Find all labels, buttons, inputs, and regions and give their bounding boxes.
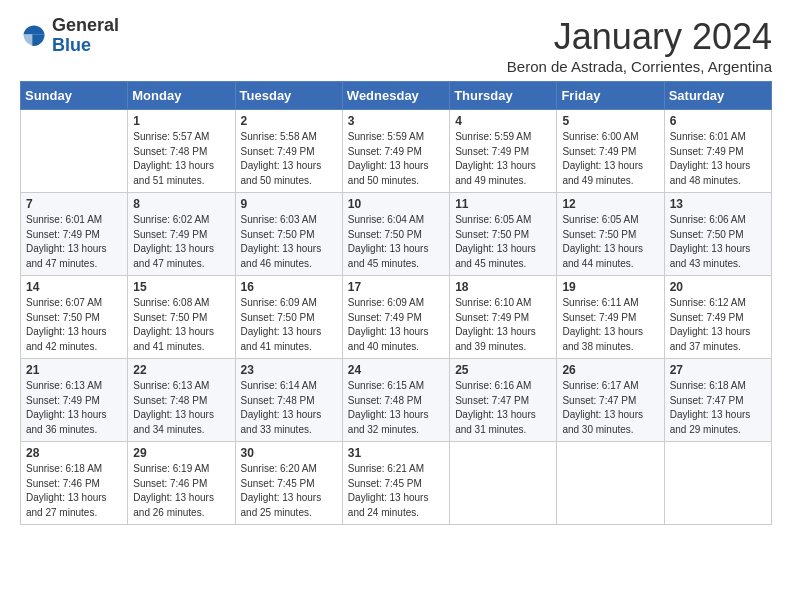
day-number-20: 20: [670, 280, 766, 294]
calendar-cell-w2-d6: 12Sunrise: 6:05 AM Sunset: 7:50 PM Dayli…: [557, 193, 664, 276]
day-number-27: 27: [670, 363, 766, 377]
calendar-cell-w4-d3: 23Sunrise: 6:14 AM Sunset: 7:48 PM Dayli…: [235, 359, 342, 442]
calendar-cell-w3-d7: 20Sunrise: 6:12 AM Sunset: 7:49 PM Dayli…: [664, 276, 771, 359]
header-thursday: Thursday: [450, 82, 557, 110]
calendar-cell-w5-d5: [450, 442, 557, 525]
day-number-1: 1: [133, 114, 229, 128]
calendar-cell-w3-d2: 15Sunrise: 6:08 AM Sunset: 7:50 PM Dayli…: [128, 276, 235, 359]
day-number-14: 14: [26, 280, 122, 294]
logo: General Blue: [20, 16, 119, 56]
day-number-8: 8: [133, 197, 229, 211]
day-info-30: Sunrise: 6:20 AM Sunset: 7:45 PM Dayligh…: [241, 462, 337, 520]
day-info-24: Sunrise: 6:15 AM Sunset: 7:48 PM Dayligh…: [348, 379, 444, 437]
day-info-23: Sunrise: 6:14 AM Sunset: 7:48 PM Dayligh…: [241, 379, 337, 437]
day-number-25: 25: [455, 363, 551, 377]
calendar-table: Sunday Monday Tuesday Wednesday Thursday…: [20, 81, 772, 525]
day-number-4: 4: [455, 114, 551, 128]
calendar-cell-w2-d7: 13Sunrise: 6:06 AM Sunset: 7:50 PM Dayli…: [664, 193, 771, 276]
day-info-3: Sunrise: 5:59 AM Sunset: 7:49 PM Dayligh…: [348, 130, 444, 188]
calendar-cell-w3-d4: 17Sunrise: 6:09 AM Sunset: 7:49 PM Dayli…: [342, 276, 449, 359]
day-info-22: Sunrise: 6:13 AM Sunset: 7:48 PM Dayligh…: [133, 379, 229, 437]
day-info-25: Sunrise: 6:16 AM Sunset: 7:47 PM Dayligh…: [455, 379, 551, 437]
calendar-cell-w1-d6: 5Sunrise: 6:00 AM Sunset: 7:49 PM Daylig…: [557, 110, 664, 193]
day-number-5: 5: [562, 114, 658, 128]
calendar-week-1: 1Sunrise: 5:57 AM Sunset: 7:48 PM Daylig…: [21, 110, 772, 193]
day-number-17: 17: [348, 280, 444, 294]
day-number-21: 21: [26, 363, 122, 377]
day-info-8: Sunrise: 6:02 AM Sunset: 7:49 PM Dayligh…: [133, 213, 229, 271]
day-number-19: 19: [562, 280, 658, 294]
day-info-21: Sunrise: 6:13 AM Sunset: 7:49 PM Dayligh…: [26, 379, 122, 437]
calendar-cell-w3-d3: 16Sunrise: 6:09 AM Sunset: 7:50 PM Dayli…: [235, 276, 342, 359]
day-number-11: 11: [455, 197, 551, 211]
calendar-cell-w1-d1: [21, 110, 128, 193]
day-info-6: Sunrise: 6:01 AM Sunset: 7:49 PM Dayligh…: [670, 130, 766, 188]
day-number-24: 24: [348, 363, 444, 377]
calendar-cell-w2-d2: 8Sunrise: 6:02 AM Sunset: 7:49 PM Daylig…: [128, 193, 235, 276]
day-number-13: 13: [670, 197, 766, 211]
calendar-cell-w4-d5: 25Sunrise: 6:16 AM Sunset: 7:47 PM Dayli…: [450, 359, 557, 442]
calendar-cell-w5-d7: [664, 442, 771, 525]
day-info-1: Sunrise: 5:57 AM Sunset: 7:48 PM Dayligh…: [133, 130, 229, 188]
day-info-10: Sunrise: 6:04 AM Sunset: 7:50 PM Dayligh…: [348, 213, 444, 271]
logo-icon: [20, 22, 48, 50]
calendar-cell-w2-d4: 10Sunrise: 6:04 AM Sunset: 7:50 PM Dayli…: [342, 193, 449, 276]
header-tuesday: Tuesday: [235, 82, 342, 110]
calendar-cell-w1-d4: 3Sunrise: 5:59 AM Sunset: 7:49 PM Daylig…: [342, 110, 449, 193]
calendar-cell-w4-d7: 27Sunrise: 6:18 AM Sunset: 7:47 PM Dayli…: [664, 359, 771, 442]
day-info-29: Sunrise: 6:19 AM Sunset: 7:46 PM Dayligh…: [133, 462, 229, 520]
day-info-20: Sunrise: 6:12 AM Sunset: 7:49 PM Dayligh…: [670, 296, 766, 354]
calendar-week-3: 14Sunrise: 6:07 AM Sunset: 7:50 PM Dayli…: [21, 276, 772, 359]
day-info-19: Sunrise: 6:11 AM Sunset: 7:49 PM Dayligh…: [562, 296, 658, 354]
day-info-5: Sunrise: 6:00 AM Sunset: 7:49 PM Dayligh…: [562, 130, 658, 188]
day-info-28: Sunrise: 6:18 AM Sunset: 7:46 PM Dayligh…: [26, 462, 122, 520]
day-number-3: 3: [348, 114, 444, 128]
calendar-cell-w5-d1: 28Sunrise: 6:18 AM Sunset: 7:46 PM Dayli…: [21, 442, 128, 525]
day-number-28: 28: [26, 446, 122, 460]
month-title: January 2024: [507, 16, 772, 58]
day-number-15: 15: [133, 280, 229, 294]
calendar-week-2: 7Sunrise: 6:01 AM Sunset: 7:49 PM Daylig…: [21, 193, 772, 276]
day-info-15: Sunrise: 6:08 AM Sunset: 7:50 PM Dayligh…: [133, 296, 229, 354]
location-subtitle: Beron de Astrada, Corrientes, Argentina: [507, 58, 772, 75]
day-number-18: 18: [455, 280, 551, 294]
day-number-23: 23: [241, 363, 337, 377]
day-number-29: 29: [133, 446, 229, 460]
day-number-22: 22: [133, 363, 229, 377]
calendar-cell-w2-d1: 7Sunrise: 6:01 AM Sunset: 7:49 PM Daylig…: [21, 193, 128, 276]
day-info-31: Sunrise: 6:21 AM Sunset: 7:45 PM Dayligh…: [348, 462, 444, 520]
day-number-31: 31: [348, 446, 444, 460]
day-info-4: Sunrise: 5:59 AM Sunset: 7:49 PM Dayligh…: [455, 130, 551, 188]
day-number-12: 12: [562, 197, 658, 211]
calendar-cell-w4-d2: 22Sunrise: 6:13 AM Sunset: 7:48 PM Dayli…: [128, 359, 235, 442]
calendar-week-4: 21Sunrise: 6:13 AM Sunset: 7:49 PM Dayli…: [21, 359, 772, 442]
day-info-14: Sunrise: 6:07 AM Sunset: 7:50 PM Dayligh…: [26, 296, 122, 354]
logo-general-text: General: [52, 16, 119, 36]
logo-blue-text: Blue: [52, 36, 119, 56]
day-info-17: Sunrise: 6:09 AM Sunset: 7:49 PM Dayligh…: [348, 296, 444, 354]
day-info-27: Sunrise: 6:18 AM Sunset: 7:47 PM Dayligh…: [670, 379, 766, 437]
logo-text: General Blue: [52, 16, 119, 56]
calendar-cell-w5-d4: 31Sunrise: 6:21 AM Sunset: 7:45 PM Dayli…: [342, 442, 449, 525]
day-number-30: 30: [241, 446, 337, 460]
calendar-cell-w2-d5: 11Sunrise: 6:05 AM Sunset: 7:50 PM Dayli…: [450, 193, 557, 276]
calendar-cell-w4-d1: 21Sunrise: 6:13 AM Sunset: 7:49 PM Dayli…: [21, 359, 128, 442]
day-info-16: Sunrise: 6:09 AM Sunset: 7:50 PM Dayligh…: [241, 296, 337, 354]
calendar-header-row: Sunday Monday Tuesday Wednesday Thursday…: [21, 82, 772, 110]
calendar-cell-w5-d3: 30Sunrise: 6:20 AM Sunset: 7:45 PM Dayli…: [235, 442, 342, 525]
day-info-9: Sunrise: 6:03 AM Sunset: 7:50 PM Dayligh…: [241, 213, 337, 271]
day-info-18: Sunrise: 6:10 AM Sunset: 7:49 PM Dayligh…: [455, 296, 551, 354]
header-monday: Monday: [128, 82, 235, 110]
header-saturday: Saturday: [664, 82, 771, 110]
day-info-13: Sunrise: 6:06 AM Sunset: 7:50 PM Dayligh…: [670, 213, 766, 271]
day-number-7: 7: [26, 197, 122, 211]
day-info-11: Sunrise: 6:05 AM Sunset: 7:50 PM Dayligh…: [455, 213, 551, 271]
calendar-cell-w5-d6: [557, 442, 664, 525]
calendar-cell-w2-d3: 9Sunrise: 6:03 AM Sunset: 7:50 PM Daylig…: [235, 193, 342, 276]
calendar-cell-w3-d5: 18Sunrise: 6:10 AM Sunset: 7:49 PM Dayli…: [450, 276, 557, 359]
header-sunday: Sunday: [21, 82, 128, 110]
day-number-9: 9: [241, 197, 337, 211]
header-friday: Friday: [557, 82, 664, 110]
page-header: General Blue January 2024 Beron de Astra…: [20, 16, 772, 75]
calendar-cell-w3-d1: 14Sunrise: 6:07 AM Sunset: 7:50 PM Dayli…: [21, 276, 128, 359]
